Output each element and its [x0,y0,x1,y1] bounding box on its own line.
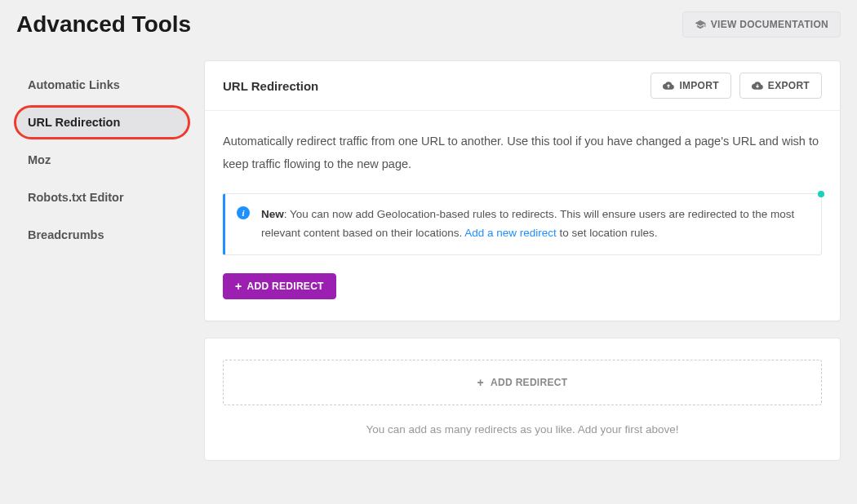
sidebar-item-label: Robots.txt Editor [28,191,124,204]
callout-text-2: to set location rules. [557,227,658,239]
view-documentation-label: VIEW DOCUMENTATION [711,19,828,30]
info-icon: i [237,206,250,219]
sidebar-item-label: URL Redirection [28,116,120,129]
page-title: Advanced Tools [16,11,191,38]
empty-state-hint: You can add as many redirects as you lik… [223,423,822,435]
panel-title: URL Redirection [223,79,318,93]
view-documentation-button[interactable]: VIEW DOCUMENTATION [682,11,841,38]
add-redirect-label: ADD REDIRECT [246,281,323,292]
sidebar-item-label: Moz [28,153,51,166]
add-redirect-button[interactable]: + ADD REDIRECT [223,273,336,299]
cloud-upload-icon [663,80,674,91]
sidebar-item-automatic-links[interactable]: Automatic Links [16,70,188,99]
plus-icon: + [235,281,242,292]
plus-icon: + [477,377,484,388]
export-label: EXPORT [768,80,810,91]
callout-new-badge: New [261,208,284,220]
url-redirection-panel: URL Redirection IMPORT EXPORT [204,60,841,321]
import-button[interactable]: IMPORT [651,73,730,99]
add-redirect-placeholder-label: ADD REDIRECT [491,377,567,388]
sidebar-item-url-redirection[interactable]: URL Redirection [16,108,188,137]
add-new-redirect-link[interactable]: Add a new redirect [464,227,557,239]
panel-description: Automatically redirect traffic from one … [223,130,822,175]
export-button[interactable]: EXPORT [739,73,822,99]
sidebar-item-label: Breadcrumbs [28,228,104,241]
cloud-download-icon [752,80,763,91]
sidebar-item-moz[interactable]: Moz [16,145,188,175]
notification-dot-icon [818,191,824,197]
sidebar-item-robots-txt-editor[interactable]: Robots.txt Editor [16,183,188,212]
redirects-list-panel: + ADD REDIRECT You can add as many redir… [204,338,841,461]
add-redirect-placeholder[interactable]: + ADD REDIRECT [223,360,822,405]
sidebar-item-label: Automatic Links [28,78,120,91]
sidebar: Automatic Links URL Redirection Moz Robo… [16,60,188,461]
graduation-cap-icon [695,19,706,30]
import-label: IMPORT [679,80,718,91]
sidebar-item-breadcrumbs[interactable]: Breadcrumbs [16,220,188,250]
info-callout: i New: You can now add Geolocation-based… [223,193,822,255]
